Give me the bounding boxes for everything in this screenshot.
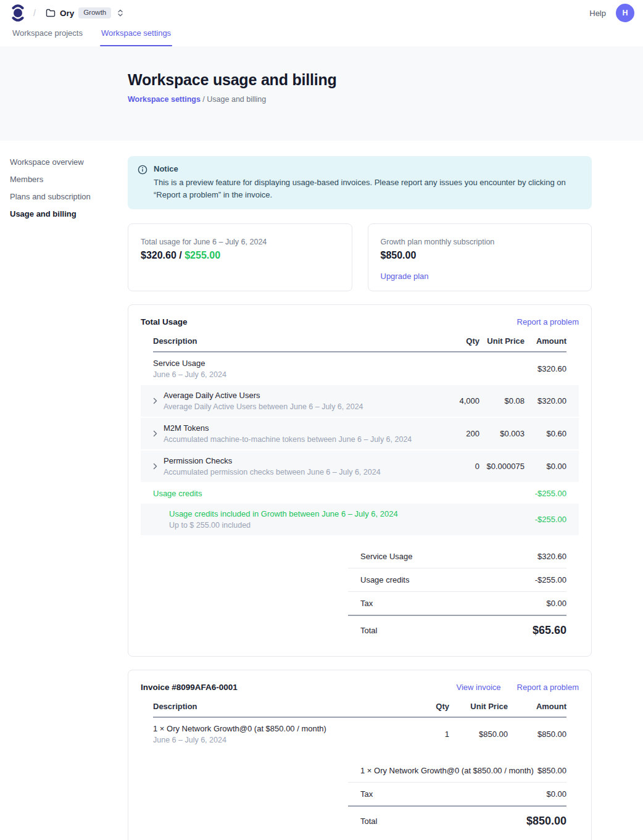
page-title: Workspace usage and billing: [128, 71, 643, 89]
help-link[interactable]: Help: [589, 9, 606, 18]
tab-workspace-settings[interactable]: Workspace settings: [100, 26, 172, 46]
invoice-table-header: Description Qty Unit Price Amount: [153, 702, 566, 718]
table-row: Service Usage June 6 – July 6, 2024 $320…: [141, 352, 579, 385]
workspace-name: Ory: [60, 9, 74, 18]
summary-total-row: Total $850.00: [348, 807, 566, 834]
ory-logo-icon[interactable]: [11, 4, 25, 22]
upgrade-plan-link[interactable]: Upgrade plan: [381, 272, 429, 281]
folder-icon: [46, 9, 56, 17]
usage-credit-value: $255.00: [185, 250, 220, 260]
workspace-tabs: Workspace projects Workspace settings: [0, 26, 643, 46]
chevron-right-icon[interactable]: [153, 463, 158, 470]
info-icon: [138, 165, 147, 201]
total-usage-value: $320.60 / $255.00: [141, 250, 339, 261]
sidebar-item-workspace-overview[interactable]: Workspace overview: [10, 157, 128, 167]
notice-body: This is a preview feature for displaying…: [154, 177, 579, 201]
table-row[interactable]: Permission Checks Accumulated permission…: [141, 451, 579, 483]
invoice-summary: 1 × Ory Network Growth@0 (at $850.00 / m…: [348, 759, 566, 834]
summary-row: Usage credits -$255.00: [348, 568, 566, 592]
summary-row: 1 × Ory Network Growth@0 (at $850.00 / m…: [348, 759, 566, 783]
total-usage-card: Total usage for June 6 – July 6, 2024 $3…: [128, 223, 352, 291]
settings-sidebar: Workspace overview Members Plans and sub…: [0, 141, 128, 840]
preview-notice: Notice This is a preview feature for dis…: [128, 156, 592, 209]
table-row: 1 × Ory Network Growth@0 (at $850.00 / m…: [141, 718, 579, 751]
summary-row: Tax $0.00: [348, 592, 566, 616]
user-avatar[interactable]: H: [616, 4, 634, 22]
breadcrumb-sep: /: [202, 95, 204, 104]
table-row: Usage credits -$255.00: [141, 483, 579, 504]
summary-total-row: Total $65.60: [348, 616, 566, 644]
tab-workspace-projects[interactable]: Workspace projects: [11, 26, 84, 46]
view-invoice-link[interactable]: View invoice: [457, 683, 501, 692]
notice-title: Notice: [154, 164, 579, 173]
invoice-report-problem-link[interactable]: Report a problem: [517, 683, 579, 692]
table-row: Usage credits included in Growth between…: [141, 504, 579, 536]
sidebar-item-usage-billing[interactable]: Usage and billing: [10, 209, 128, 218]
subscription-amount: $850.00: [381, 250, 579, 261]
subscription-label: Growth plan monthly subscription: [381, 238, 579, 246]
breadcrumb-separator: /: [33, 8, 36, 18]
chevron-right-icon[interactable]: [153, 430, 158, 437]
table-row[interactable]: M2M Tokens Accumulated machine-to-machin…: [141, 418, 579, 451]
usage-total-amount: $65.60: [533, 624, 566, 637]
usage-summary: Service Usage $320.60 Usage credits -$25…: [348, 545, 566, 644]
usage-report-problem-link[interactable]: Report a problem: [517, 317, 579, 326]
page-header: Workspace usage and billing Workspace se…: [0, 46, 643, 141]
invoice-total-amount: $850.00: [526, 815, 566, 828]
chevron-right-icon[interactable]: [153, 397, 158, 404]
subscription-card: Growth plan monthly subscription $850.00…: [368, 223, 592, 291]
table-row[interactable]: Average Daily Active Users Average Daily…: [141, 385, 579, 418]
summary-row: Tax $0.00: [348, 783, 566, 807]
sidebar-item-plans-subscription[interactable]: Plans and subscription: [10, 192, 128, 201]
sidebar-item-members[interactable]: Members: [10, 175, 128, 184]
total-usage-label: Total usage for June 6 – July 6, 2024: [141, 238, 339, 246]
invoice-title: Invoice #8099AFA6-0001: [141, 683, 238, 692]
plan-badge: Growth: [78, 7, 111, 19]
usage-table-header: Description Qty Unit Price Amount: [153, 336, 566, 352]
workspace-switcher[interactable]: Ory Growth: [46, 7, 123, 19]
breadcrumb: Workspace settings / Usage and billing: [128, 95, 643, 104]
switcher-caret-icon: [117, 9, 123, 17]
invoice-card: Invoice #8099AFA6-0001 View invoice Repo…: [128, 670, 592, 840]
summary-row: Service Usage $320.60: [348, 545, 566, 568]
breadcrumb-settings-link[interactable]: Workspace settings: [128, 95, 201, 104]
breadcrumb-current: Usage and billing: [207, 95, 266, 104]
usage-card-title: Total Usage: [141, 317, 188, 326]
active-tab-underline: [100, 45, 172, 47]
total-usage-table-card: Total Usage Report a problem Description…: [128, 304, 592, 657]
top-bar: / Ory Growth Help H: [0, 0, 643, 26]
